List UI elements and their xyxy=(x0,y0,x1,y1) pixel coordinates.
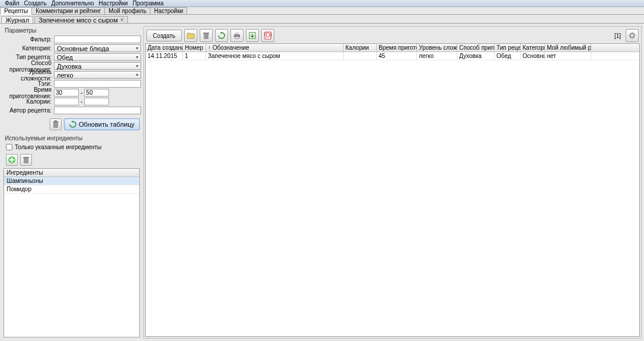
chevron-down-icon: ▼ xyxy=(135,73,139,77)
cell-time: 45 xyxy=(377,52,417,60)
clear-button[interactable] xyxy=(50,118,62,130)
menu-create[interactable]: Создать xyxy=(22,0,49,7)
create-button[interactable]: Создать xyxy=(146,30,182,41)
cell-date: 14.11.2015 xyxy=(146,52,183,60)
range-separator: - xyxy=(79,89,84,96)
right-panel: Создать PDF [1] Дата создания Номер ↑ Об… xyxy=(143,26,642,339)
refresh-grid-button[interactable] xyxy=(215,29,228,42)
col-header-name[interactable]: ↑ Обозначение xyxy=(206,44,344,52)
tab-profile[interactable]: Мой профиль xyxy=(104,7,150,14)
cell-category: Основны... xyxy=(521,52,545,60)
category-label: Категория: xyxy=(2,45,54,52)
menu-settings[interactable]: Настройки xyxy=(97,0,130,7)
col-header-number[interactable]: Номер xyxy=(183,44,206,52)
svg-rect-2 xyxy=(55,120,57,121)
svg-rect-4 xyxy=(24,158,28,163)
tab-recipes[interactable]: Рецепты xyxy=(0,7,32,15)
page-info: [1] xyxy=(614,33,623,39)
params-title: Параметры xyxy=(2,26,141,35)
trash-icon xyxy=(52,120,60,128)
ingredients-list: Ингредиенты Шампиньоны Помидор xyxy=(4,168,140,337)
pdf-button[interactable]: PDF xyxy=(261,29,274,42)
cell-number: 1 xyxy=(183,52,206,60)
svg-text:PDF: PDF xyxy=(264,31,272,38)
col-header-calories[interactable]: Калории xyxy=(344,44,377,52)
cell-name: Запеченное мясо с сыром xyxy=(206,52,344,60)
refresh-icon xyxy=(217,31,226,40)
menu-additional[interactable]: Дополнительно xyxy=(49,0,97,7)
category-select[interactable]: Основные блюда▼ xyxy=(54,44,141,52)
remove-ingredient-button[interactable] xyxy=(20,154,32,166)
svg-rect-1 xyxy=(53,121,59,123)
cell-type: Обед xyxy=(495,52,521,60)
menubar: Файл Создать Дополнительно Настройки Про… xyxy=(0,0,644,7)
tab-comments[interactable]: Комментарии и рейтинг xyxy=(31,7,105,14)
cell-calories xyxy=(344,52,377,60)
author-input[interactable] xyxy=(54,107,141,114)
ingredient-row[interactable]: Шампиньоны xyxy=(4,177,139,185)
table-row[interactable]: 14.11.2015 1 Запеченное мясо с сыром 45 … xyxy=(146,52,639,60)
col-header-date[interactable]: Дата создания xyxy=(146,44,183,52)
chevron-down-icon: ▼ xyxy=(135,46,139,50)
menu-program[interactable]: Программа xyxy=(130,0,166,7)
col-header-type[interactable]: Тип рецепта xyxy=(495,44,521,52)
left-panel: Параметры Фильтр: Категория: Основные бл… xyxy=(2,26,141,339)
range-separator: - xyxy=(79,98,84,105)
cooking-method-select[interactable]: Духовка▼ xyxy=(54,62,141,70)
chevron-down-icon: ▼ xyxy=(135,55,139,59)
col-header-favorite[interactable]: Мой любимый рецепт xyxy=(545,44,591,52)
chevron-down-icon: ▼ xyxy=(135,64,139,68)
ingredients-header[interactable]: Ингредиенты xyxy=(4,169,139,177)
cell-method: Духовка xyxy=(457,52,495,60)
cal-to-input[interactable] xyxy=(84,98,109,105)
recipe-type-select[interactable]: Обед▼ xyxy=(54,53,141,61)
cell-difficulty: легко xyxy=(417,52,457,60)
svg-rect-9 xyxy=(235,33,239,34)
col-header-method[interactable]: Способ приготовл... xyxy=(457,44,495,52)
menu-file[interactable]: Файл xyxy=(2,0,22,7)
pdf-icon: PDF xyxy=(264,31,272,40)
export-icon xyxy=(248,31,257,40)
gear-icon xyxy=(628,31,636,40)
subtab-recipe[interactable]: Запеченное мясо с сыром × xyxy=(34,16,128,23)
filter-label: Фильтр: xyxy=(2,36,54,43)
author-label: Автор рецепта: xyxy=(2,107,54,114)
subtab-journal[interactable]: Журнал xyxy=(1,16,33,23)
delete-button[interactable] xyxy=(200,29,213,42)
tab-settings[interactable]: Настройки xyxy=(150,7,187,14)
open-button[interactable] xyxy=(184,29,197,42)
col-header-time[interactable]: Время приготовле... xyxy=(377,44,417,52)
print-button[interactable] xyxy=(230,29,243,42)
only-specified-label: Только указанные ингредиенты xyxy=(15,144,101,150)
col-header-difficulty[interactable]: Уровень сложности xyxy=(417,44,457,52)
trash-icon xyxy=(22,156,30,164)
refresh-button[interactable]: Обновить таблицу xyxy=(64,118,140,130)
cal-from-input[interactable] xyxy=(54,98,79,105)
time-to-input[interactable] xyxy=(84,89,109,96)
svg-rect-5 xyxy=(23,157,29,158)
calories-label: Калории: xyxy=(2,98,54,105)
refresh-icon xyxy=(69,121,76,128)
add-ingredient-button[interactable] xyxy=(6,154,18,166)
tags-input[interactable] xyxy=(54,80,141,88)
export-button[interactable] xyxy=(246,29,259,42)
difficulty-select[interactable]: легко▼ xyxy=(54,71,141,79)
plus-icon xyxy=(8,156,16,164)
ingredients-title: Используемые ингредиенты xyxy=(2,134,141,143)
svg-rect-10 xyxy=(235,37,239,38)
svg-rect-7 xyxy=(203,33,209,34)
svg-rect-0 xyxy=(53,123,58,128)
grid-header: Дата создания Номер ↑ Обозначение Калори… xyxy=(146,44,639,52)
col-header-category[interactable]: Категория xyxy=(521,44,545,52)
ingredient-row[interactable]: Помидор xyxy=(4,185,139,194)
toolbar: Создать PDF [1] xyxy=(145,28,640,43)
only-specified-checkbox[interactable] xyxy=(6,144,12,150)
sub-tabs: Журнал Запеченное мясо с сыром × xyxy=(0,15,644,24)
data-grid: Дата создания Номер ↑ Обозначение Калори… xyxy=(145,43,640,337)
print-icon xyxy=(233,31,241,40)
filter-input[interactable] xyxy=(54,36,141,43)
svg-rect-6 xyxy=(204,34,209,39)
time-from-input[interactable] xyxy=(54,89,79,96)
close-icon[interactable]: × xyxy=(120,17,124,23)
settings-grid-button[interactable] xyxy=(626,29,639,42)
